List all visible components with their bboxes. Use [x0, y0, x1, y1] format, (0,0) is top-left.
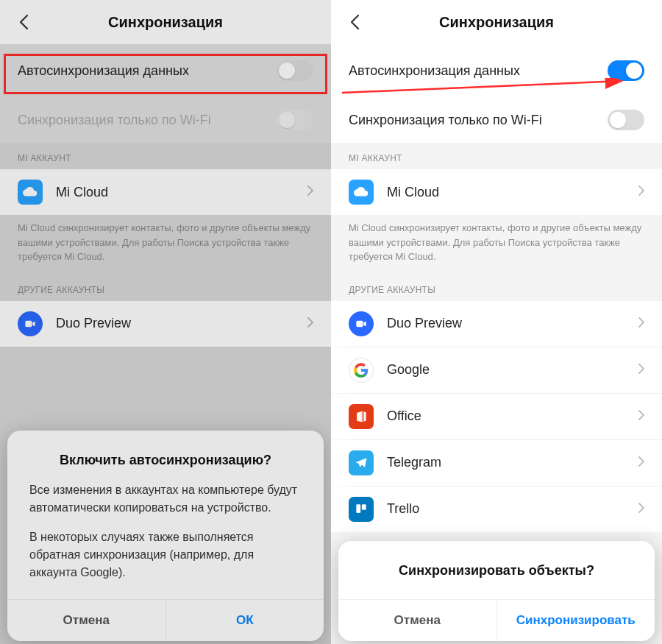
dialog-ok-button[interactable]: ОК [166, 600, 324, 641]
section-other-header: ДРУГИЕ АККАУНТЫ [331, 275, 662, 301]
telegram-icon [349, 450, 374, 475]
mi-cloud-desc: Mi Cloud синхронизирует контакты, фото и… [0, 215, 331, 275]
dialog-cancel-button[interactable]: Отмена [338, 600, 496, 641]
cloud-icon [18, 180, 43, 205]
header: Синхронизация [0, 0, 331, 44]
mi-cloud-label: Mi Cloud [56, 185, 307, 200]
chevron-right-icon [638, 364, 644, 377]
dialog-confirm-button[interactable]: Синхронизировать [496, 600, 655, 641]
mi-cloud-item[interactable]: Mi Cloud [0, 169, 331, 215]
sync-dialog: Синхронизировать объекты? Отмена Синхрон… [338, 541, 655, 641]
autosync-label: Автосинхронизация данных [18, 63, 277, 79]
wifi-only-toggle[interactable] [608, 110, 644, 130]
page-title: Синхронизация [346, 14, 647, 31]
dialog-title: Синхронизировать объекты? [338, 541, 655, 599]
account-office-label: Office [387, 408, 638, 424]
mi-cloud-label: Mi Cloud [387, 185, 638, 200]
account-duo[interactable]: Duo Preview [0, 301, 331, 347]
chevron-right-icon [638, 503, 644, 516]
section-other-header: ДРУГИЕ АККАУНТЫ [0, 275, 331, 301]
wifi-only-label: Синхронизация только по Wi-Fi [18, 113, 277, 128]
autosync-row[interactable]: Автосинхронизация данных [0, 44, 331, 97]
dialog-title: Включить автосинхронизацию? [7, 431, 324, 481]
section-mi-header: MI АККАУНТ [0, 143, 331, 169]
left-screenshot: Синхронизация Автосинхронизация данных С… [0, 0, 331, 644]
account-office[interactable]: Office [331, 394, 662, 439]
right-screenshot: Синхронизация Автосинхронизация данных С… [331, 0, 662, 644]
autosync-label: Автосинхронизация данных [349, 63, 608, 79]
google-icon [349, 358, 374, 383]
dialog-actions: Отмена ОК [7, 599, 324, 641]
svg-rect-1 [356, 320, 363, 326]
account-trello-label: Trello [387, 501, 638, 517]
office-icon [349, 404, 374, 429]
account-google[interactable]: Google [331, 347, 662, 393]
mi-cloud-item[interactable]: Mi Cloud [331, 169, 662, 215]
wifi-only-label: Синхронизация только по Wi-Fi [349, 113, 608, 128]
account-duo-label: Duo Preview [387, 316, 638, 331]
dialog-actions: Отмена Синхронизировать [338, 599, 655, 641]
account-telegram-label: Telegram [387, 455, 638, 470]
autosync-row[interactable]: Автосинхронизация данных [331, 44, 662, 97]
chevron-right-icon [638, 410, 644, 423]
chevron-right-icon [638, 317, 644, 330]
wifi-only-row[interactable]: Синхронизация только по Wi-Fi [331, 97, 662, 143]
trello-icon [349, 497, 374, 522]
account-duo-label: Duo Preview [56, 316, 307, 331]
dialog-cancel-button[interactable]: Отмена [7, 600, 166, 641]
svg-rect-3 [362, 504, 366, 510]
account-telegram[interactable]: Telegram [331, 440, 662, 486]
duo-icon [18, 311, 43, 336]
autosync-toggle[interactable] [277, 60, 313, 81]
account-trello[interactable]: Trello [331, 486, 662, 532]
svg-rect-0 [25, 320, 32, 326]
chevron-right-icon [638, 185, 644, 199]
wifi-only-toggle [277, 110, 313, 130]
cloud-icon [349, 180, 374, 205]
wifi-only-row: Синхронизация только по Wi-Fi [0, 97, 331, 143]
chevron-right-icon [638, 456, 644, 470]
header: Синхронизация [331, 0, 662, 44]
page-title: Синхронизация [15, 14, 316, 31]
duo-icon [349, 311, 374, 336]
chevron-right-icon [307, 317, 313, 330]
chevron-right-icon [307, 185, 313, 199]
mi-cloud-desc: Mi Cloud синхронизирует контакты, фото и… [331, 215, 662, 275]
dialog-body: Все изменения в аккаунтах на компьютере … [7, 481, 324, 599]
section-mi-header: MI АККАУНТ [331, 143, 662, 169]
autosync-toggle[interactable] [608, 60, 644, 81]
account-google-label: Google [387, 362, 638, 378]
svg-rect-2 [356, 504, 360, 513]
account-duo[interactable]: Duo Preview [331, 301, 662, 347]
autosync-dialog: Включить автосинхронизацию? Все изменени… [7, 431, 324, 641]
